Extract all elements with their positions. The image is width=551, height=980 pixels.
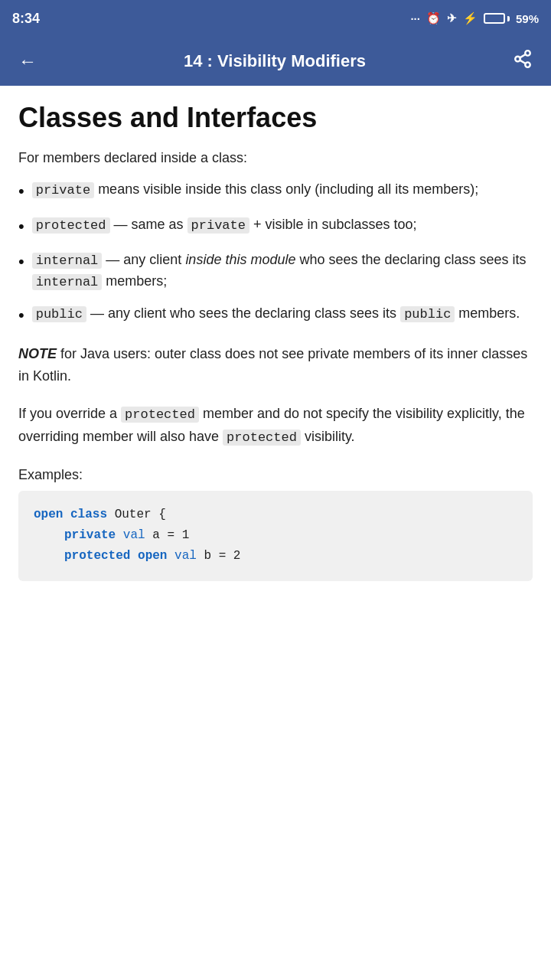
status-icons: ··· ⏰ ✈ ⚡ 59%	[410, 11, 539, 25]
code-line: private val a = 1	[64, 525, 517, 546]
keyword: open	[34, 508, 63, 521]
bullet-text: internal — any client inside this module…	[32, 250, 533, 293]
code-protected-inline: protected	[121, 407, 199, 423]
back-button[interactable]: ←	[12, 44, 43, 78]
time-display: 8:34	[12, 11, 40, 27]
svg-line-3	[520, 60, 525, 64]
keyword: open	[138, 549, 167, 563]
code-protected-inline2: protected	[223, 430, 301, 446]
navigation-icon: ✈	[447, 11, 457, 25]
code-line: protected open val b = 2	[64, 546, 517, 567]
code-internal: internal	[32, 253, 103, 269]
code-block: open class Outer { private val a = 1 pro…	[18, 491, 533, 581]
svg-line-4	[520, 54, 525, 57]
keyword: protected	[64, 549, 130, 563]
code-internal2: internal	[32, 274, 103, 290]
code-private: private	[32, 182, 94, 198]
code-public2: public	[400, 306, 455, 322]
page-title: Classes and Interfaces	[18, 101, 533, 134]
battery-tip	[507, 16, 510, 21]
list-item: • internal — any client inside this modu…	[18, 250, 533, 293]
keyword: val	[123, 528, 145, 542]
app-bar-title: 14 : Visibility Modifiers	[184, 51, 366, 71]
bullet-dot: •	[18, 180, 24, 204]
note-text: NOTE for Java users: outer class does no…	[18, 343, 533, 387]
code-line: open class Outer {	[34, 505, 517, 525]
keyword: val	[174, 549, 197, 563]
keyword: private	[64, 528, 116, 542]
bullet-dot: •	[18, 304, 24, 328]
flash-icon: ⚡	[463, 11, 478, 25]
dots-icon: ···	[410, 12, 420, 25]
status-bar: 8:34 ··· ⏰ ✈ ⚡ 59%	[0, 0, 551, 37]
override-text: If you override a protected member and d…	[18, 403, 533, 449]
bullet-dot: •	[18, 215, 24, 239]
bullet-list: • private means visible inside this clas…	[18, 179, 533, 328]
code-public: public	[32, 306, 86, 322]
keyword: class	[70, 508, 107, 521]
examples-label: Examples:	[18, 467, 533, 483]
battery-percent: 59%	[516, 12, 539, 25]
alarm-icon: ⏰	[426, 11, 441, 25]
list-item: • private means visible inside this clas…	[18, 179, 533, 204]
bullet-text: private means visible inside this class …	[32, 179, 479, 201]
bullet-text: protected — same as private + visible in…	[32, 214, 417, 236]
app-bar: ← 14 : Visibility Modifiers	[0, 37, 551, 86]
content-area: Classes and Interfaces For members decla…	[0, 86, 551, 606]
bullet-dot: •	[18, 250, 24, 274]
code-private2: private	[187, 217, 249, 234]
list-item: • protected — same as private + visible …	[18, 214, 533, 239]
battery-body	[484, 13, 505, 24]
bullet-text: public — any client who sees the declari…	[32, 303, 520, 325]
intro-text: For members declared inside a class:	[18, 148, 533, 168]
share-button[interactable]	[507, 43, 539, 80]
list-item: • public — any client who sees the decla…	[18, 303, 533, 328]
battery-indicator	[484, 13, 510, 24]
code-protected: protected	[32, 217, 110, 234]
